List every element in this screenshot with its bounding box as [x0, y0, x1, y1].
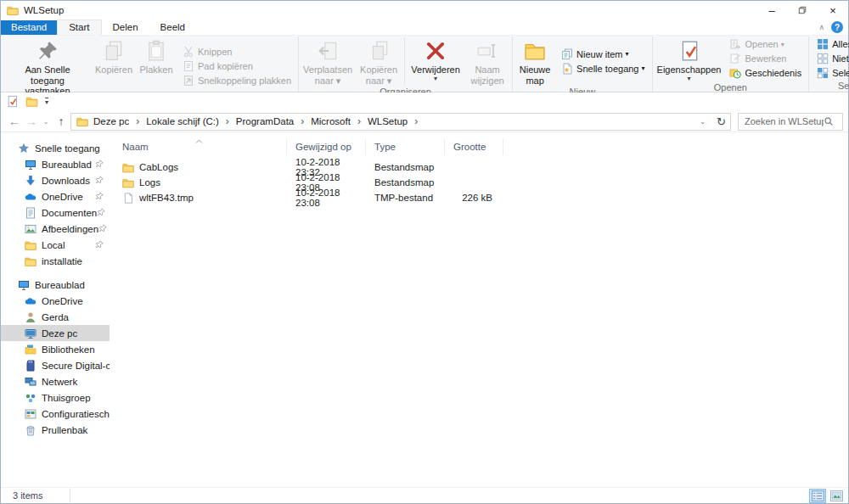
sidebar-item-afbeeldingen[interactable]: Afbeeldingen — [1, 221, 110, 237]
sidebar-item-snelle-toegang[interactable]: Snelle toegang — [1, 140, 110, 156]
pictures-icon — [25, 223, 37, 235]
ribbon-button-verwijderen[interactable]: Verwijderen▾ — [407, 36, 464, 86]
qat-new-folder-button[interactable] — [25, 95, 38, 109]
recent-locations-icon[interactable]: ⌄ — [40, 118, 52, 126]
breadcrumb-segment-programdata[interactable]: ProgramData — [234, 116, 295, 126]
tab-beeld[interactable]: Beeld — [149, 20, 196, 35]
breadcrumb-separator-icon[interactable]: › — [295, 115, 309, 127]
ribbon-button-label: Verwijderen — [411, 64, 459, 76]
tab-bestand[interactable]: Bestand — [1, 20, 57, 35]
tab-delen[interactable]: Delen — [102, 20, 149, 35]
dropdown-arrow-icon: ▾ — [688, 76, 691, 81]
navigation-pane: Snelle toegangBureaubladDownloadsOneDriv… — [1, 132, 110, 487]
sidebar-item-onedrive[interactable]: OneDrive — [1, 293, 110, 309]
sidebar-item-downloads[interactable]: Downloads — [1, 172, 110, 188]
back-button[interactable]: ← — [6, 115, 23, 128]
folder-icon — [7, 5, 19, 15]
ribbon-button-eigenschappen[interactable]: Eigenschappen▾ — [655, 36, 724, 81]
pin-icon — [95, 160, 104, 170]
address-bar[interactable]: Deze pc›Lokale schijf (C:)›ProgramData›M… — [70, 113, 713, 131]
sidebar-item-prullenbak[interactable]: Prullenbak — [1, 422, 110, 438]
file-row-wltfb43-tmp[interactable]: wltFB43.tmp10-2-2018 23:08TMP-bestand226… — [114, 190, 848, 205]
sidebar-item-bureaublad[interactable]: Bureaublad — [1, 277, 110, 293]
thumbnails-view-button[interactable] — [828, 489, 845, 503]
ribbon-tab-bar: Bestand Start Delen Beeld ∧ ? — [1, 20, 848, 36]
ribbon-button-niets-selecteren[interactable]: Niets selecteren — [813, 51, 849, 65]
sidebar-item-gerda[interactable]: Gerda — [1, 309, 110, 325]
column-header-type[interactable]: Type — [366, 138, 445, 155]
desktop-icon — [18, 279, 31, 291]
pin-icon — [97, 208, 105, 218]
sidebar-item-bureaublad[interactable]: Bureaublad — [1, 156, 110, 172]
minimize-button[interactable]: – — [756, 1, 787, 20]
breadcrumb-separator-icon[interactable]: › — [352, 115, 366, 127]
ribbon-button-label: Selectie omkeren — [832, 68, 849, 78]
ribbon-button-selectie-omkeren[interactable]: Selectie omkeren — [813, 65, 849, 80]
help-icon[interactable]: ? — [831, 21, 843, 33]
tab-start[interactable]: Start — [57, 20, 101, 35]
ribbon-button-naam-wijzigen: Naamwijzigen — [464, 36, 510, 86]
breadcrumb-segment-deze-pc[interactable]: Deze pc — [92, 116, 131, 126]
address-dropdown-icon[interactable]: ⌄ — [696, 118, 709, 126]
ribbon-button-snelle-toegang[interactable]: Snelle toegang▾ — [558, 61, 647, 76]
ribbon-group-klembord: Aan Snelle toegangvastmakenKopiërenPlakk… — [2, 36, 299, 92]
sidebar-item-label: Thuisgroep — [42, 393, 91, 403]
qat-customize-icon[interactable]: ▾ — [45, 98, 48, 106]
sidebar-item-local[interactable]: Local — [1, 237, 110, 253]
breadcrumb-segment-wlsetup[interactable]: WLSetup — [366, 116, 409, 126]
ribbon-collapse-icon[interactable]: ∧ — [818, 23, 824, 31]
history-icon — [729, 67, 742, 80]
ribbon-button-nieuw-item[interactable]: Nieuw item▾ — [558, 47, 647, 61]
sidebar-item-label: Configuratiescherm — [42, 409, 110, 419]
file-pane: Naam Gewijzigd op Type Grootte CabLogs10… — [110, 132, 848, 487]
ribbon-button-alles-selecteren[interactable]: Alles selecteren — [813, 36, 849, 51]
breadcrumb-separator-icon[interactable]: › — [409, 115, 423, 127]
sidebar-item-secure-digital-opsla[interactable]: Secure Digital-opsla — [1, 357, 110, 373]
ribbon-button-pad-kopi-ren: Pad kopiëren — [179, 59, 294, 74]
network-icon — [25, 376, 37, 388]
file-size: 226 kB — [445, 193, 492, 203]
column-header-grootte[interactable]: Grootte — [445, 138, 503, 155]
sidebar-item-deze-pc[interactable]: Deze pc — [1, 325, 110, 341]
sidebar-item-label: installatie — [42, 256, 82, 266]
sidebar-item-documenten[interactable]: Documenten — [1, 204, 110, 221]
newitem-icon — [560, 48, 573, 60]
open-icon — [729, 38, 742, 51]
sidebar-item-bibliotheken[interactable]: Bibliotheken — [1, 341, 110, 357]
downloads-icon — [25, 175, 37, 187]
ribbon-button-label: Snelkoppeling plakken — [198, 76, 291, 86]
restore-button[interactable] — [787, 1, 818, 20]
breadcrumb-segment-lokale-schijf-c[interactable]: Lokale schijf (C:) — [144, 116, 221, 126]
copy-icon — [103, 39, 125, 63]
ribbon-button-geschiedenis[interactable]: Geschiedenis — [727, 66, 805, 81]
ribbon-button-aan-snelle-toegang-vastmaken[interactable]: Aan Snelle toegangvastmaken — [3, 36, 92, 97]
breadcrumb-separator-icon[interactable]: › — [131, 115, 144, 127]
sidebar-item-label: Bibliotheken — [42, 344, 95, 355]
properties-icon — [678, 39, 700, 63]
restore-icon — [798, 6, 807, 14]
pin-icon — [98, 224, 107, 234]
sidebar-item-label: Deze pc — [42, 328, 77, 339]
copypath-icon — [182, 60, 194, 73]
column-header-naam[interactable]: Naam — [114, 138, 287, 155]
sidebar-item-installatie[interactable]: installatie — [1, 253, 110, 269]
breadcrumb-separator-icon[interactable]: › — [221, 115, 234, 127]
file-row-logs[interactable]: Logs10-2-2018 23:08Bestandsmap — [114, 175, 848, 190]
breadcrumb-segment-microsoft[interactable]: Microsoft — [309, 116, 352, 126]
sidebar-item-netwerk[interactable]: Netwerk — [1, 373, 110, 389]
ribbon-button-label: Plakken — [139, 64, 172, 76]
ribbon-button-nieuwe-map[interactable]: Nieuwemap — [514, 36, 555, 86]
details-view-button[interactable] — [809, 489, 826, 503]
column-header-gewijzigd-op[interactable]: Gewijzigd op — [287, 138, 366, 155]
search-input[interactable] — [739, 116, 824, 126]
qat-properties-button[interactable] — [6, 95, 19, 109]
file-row-cablogs[interactable]: CabLogs10-2-2018 23:32Bestandsmap — [114, 160, 848, 175]
close-button[interactable]: × — [818, 1, 848, 20]
refresh-button[interactable]: ↻ — [712, 113, 731, 131]
ribbon-button-label: Pad kopiëren — [198, 61, 253, 71]
sidebar-item-onedrive[interactable]: OneDrive — [1, 188, 110, 204]
sidebar-item-thuisgroep[interactable]: Thuisgroep — [1, 389, 110, 406]
up-button[interactable]: ↑ — [52, 115, 70, 128]
sidebar-item-configuratiescherm[interactable]: Configuratiescherm — [1, 406, 110, 422]
forward-button[interactable]: → — [23, 115, 40, 128]
